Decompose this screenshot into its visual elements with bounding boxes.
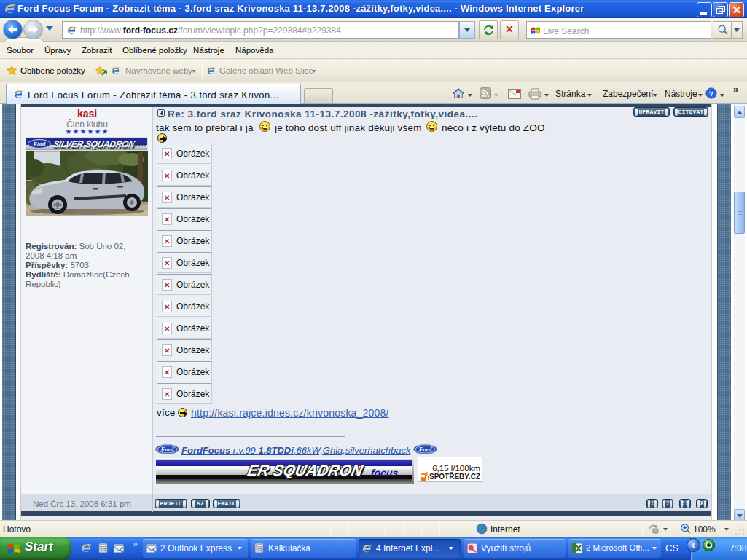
svg-text:Ford: Ford [160,446,174,453]
svg-text:Ford: Ford [418,446,432,453]
svg-text:Ford: Ford [33,141,46,148]
